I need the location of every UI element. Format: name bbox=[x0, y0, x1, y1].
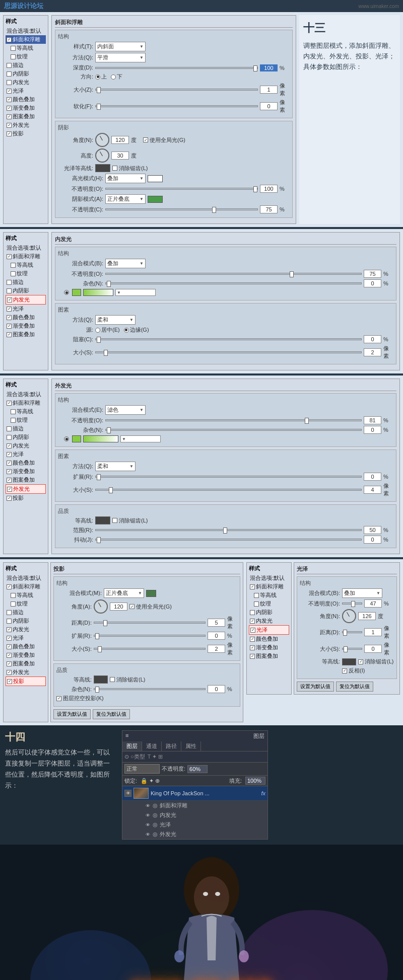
og-solid-radio[interactable] bbox=[64, 436, 69, 441]
ig-noise-value[interactable]: 0 bbox=[364, 279, 381, 287]
ig-gradient-dropdown[interactable]: ▼ bbox=[115, 289, 156, 296]
bevel-row-3[interactable]: 斜面和浮雕 bbox=[6, 399, 46, 407]
method-dropdown[interactable]: 平滑 ▼ bbox=[95, 53, 146, 62]
ig-choke-value[interactable]: 0 bbox=[364, 335, 381, 343]
ig-center-radio[interactable] bbox=[95, 328, 100, 333]
ds-contour-preview[interactable] bbox=[94, 675, 108, 684]
stroke-row-2[interactable]: 描边 bbox=[6, 278, 46, 286]
inner-shadow-checkbox[interactable] bbox=[7, 71, 12, 77]
tab-layers[interactable]: 图层 bbox=[122, 741, 142, 751]
ig-method-dropdown[interactable]: 柔和 ▼ bbox=[95, 315, 136, 325]
tab-paths[interactable]: 路径 bbox=[162, 741, 181, 751]
antialiased-checkbox[interactable] bbox=[112, 166, 117, 171]
gradient-overlay-cb-2[interactable] bbox=[7, 324, 12, 329]
bevel-row-2[interactable]: 斜面和浮雕 bbox=[6, 252, 46, 261]
opacity-value[interactable]: 60% bbox=[187, 765, 208, 773]
highlight-opacity-thumb[interactable] bbox=[253, 186, 257, 192]
contour-cb-2[interactable] bbox=[11, 263, 16, 268]
depth-value[interactable]: 100 bbox=[260, 64, 278, 71]
og-spread-slider[interactable] bbox=[95, 476, 362, 478]
drop-shadow-row[interactable]: 投影 bbox=[6, 129, 46, 138]
inner-shadow-row-2[interactable]: 内阴影 bbox=[6, 286, 46, 295]
ig-size-slider[interactable] bbox=[95, 351, 362, 353]
outer-glow-row[interactable]: 外发光 bbox=[6, 121, 46, 129]
inner-shadow-row[interactable]: 内阴影 bbox=[6, 69, 46, 78]
soften-slider[interactable] bbox=[95, 105, 258, 107]
ig-noise-thumb[interactable] bbox=[107, 281, 111, 287]
drop-shadow-checkbox[interactable] bbox=[7, 131, 12, 136]
blend-options-row-2[interactable]: 混合选项:默认 bbox=[6, 244, 46, 252]
contour-checkbox[interactable] bbox=[11, 46, 16, 51]
ds-spread-slider[interactable] bbox=[94, 635, 206, 637]
altitude-value[interactable]: 30 bbox=[111, 152, 129, 160]
og-opacity-slider[interactable] bbox=[105, 419, 362, 421]
gloss-contour-preview[interactable] bbox=[95, 164, 110, 172]
pattern-overlay-cb-2[interactable] bbox=[7, 332, 12, 337]
stroke-row[interactable]: 描边 bbox=[6, 61, 46, 69]
color-overlay-row[interactable]: 颜色叠加 bbox=[6, 95, 46, 104]
shadow-opacity-thumb[interactable] bbox=[212, 207, 216, 213]
shadow-opacity-value[interactable]: 75 bbox=[260, 205, 278, 213]
pattern-overlay-row-2[interactable]: 图案叠加 bbox=[6, 330, 46, 339]
satin-invert-checkbox[interactable]: 反相(I) bbox=[342, 667, 365, 674]
ds-set-default-btn[interactable]: 设置为默认值 bbox=[53, 709, 91, 719]
ds-color-swatch[interactable] bbox=[146, 590, 156, 597]
blend-options-row-3[interactable]: 混合选项:默认 bbox=[6, 390, 46, 399]
satin-highlighted-row[interactable]: 光泽 bbox=[249, 625, 289, 635]
og-antialiased-group[interactable]: 消除锯齿(L) bbox=[112, 517, 148, 524]
altitude-dial[interactable] bbox=[95, 148, 109, 163]
satin-cb-2[interactable] bbox=[7, 307, 12, 312]
bevel-cb-2[interactable] bbox=[7, 254, 12, 259]
outer-glow-highlighted-row[interactable]: 外发光 bbox=[6, 484, 46, 494]
satin-antialiased[interactable]: 消除锯齿(L) bbox=[358, 658, 393, 665]
ig-opacity-slider[interactable] bbox=[105, 273, 362, 275]
highlight-mode-dropdown[interactable]: 叠加 ▼ bbox=[105, 174, 146, 183]
gradient-overlay-checkbox[interactable] bbox=[7, 106, 12, 111]
direction-up[interactable]: 上 bbox=[95, 73, 107, 81]
ig-gradient-preview[interactable] bbox=[83, 289, 113, 296]
blend-options-row[interactable]: 混合选项:默认 bbox=[6, 27, 46, 35]
contour-row-2[interactable]: 等高线 bbox=[6, 261, 46, 269]
ig-size-thumb[interactable] bbox=[104, 350, 108, 356]
pattern-overlay-row[interactable]: 图案叠加 bbox=[6, 112, 46, 121]
ig-color-swatch-green[interactable] bbox=[72, 289, 81, 296]
direction-down[interactable]: 下 bbox=[111, 73, 122, 81]
global-light-checkbox[interactable] bbox=[143, 137, 148, 142]
jackson-layer-eye[interactable]: 👁 bbox=[124, 790, 131, 797]
og-gradient-dropdown[interactable]: ▼ bbox=[120, 435, 161, 442]
ig-opacity-thumb[interactable] bbox=[290, 271, 294, 277]
ig-size-value[interactable]: 2 bbox=[364, 348, 381, 356]
ig-choke-thumb[interactable] bbox=[97, 337, 101, 343]
texture-cb-2[interactable] bbox=[11, 271, 16, 276]
ds-blend-dropdown[interactable]: 正片叠底 ▼ bbox=[104, 588, 144, 598]
ds-distance-slider[interactable] bbox=[94, 622, 206, 624]
shadow-color-swatch[interactable] bbox=[148, 196, 163, 203]
drop-shadow-highlighted-row[interactable]: 投影 bbox=[6, 676, 46, 686]
direction-up-radio[interactable] bbox=[95, 74, 100, 80]
ig-opacity-value[interactable]: 75 bbox=[364, 270, 381, 278]
ig-choke-slider[interactable] bbox=[95, 338, 362, 340]
og-blend-dropdown[interactable]: 滤色 ▼ bbox=[105, 405, 146, 415]
size-slider[interactable] bbox=[95, 89, 258, 91]
jackson-fx-btn[interactable]: fx bbox=[261, 790, 265, 796]
shadow-opacity-slider[interactable] bbox=[105, 208, 258, 210]
inner-glow-row-2[interactable]: 内发光 bbox=[6, 295, 46, 305]
tab-channels[interactable]: 通道 bbox=[142, 741, 162, 751]
gradient-overlay-row-2[interactable]: 渐变叠加 bbox=[6, 322, 46, 330]
inner-glow-checkbox[interactable] bbox=[7, 80, 12, 85]
fill-value[interactable]: 100% bbox=[245, 777, 265, 785]
effect-satin-eye[interactable]: 👁 bbox=[145, 822, 151, 828]
style-dropdown[interactable]: 内斜面 ▼ bbox=[95, 42, 146, 51]
depth-slider[interactable] bbox=[95, 67, 258, 69]
size-slider-thumb[interactable] bbox=[97, 87, 101, 93]
ds-noise-slider[interactable] bbox=[94, 688, 206, 690]
color-overlay-row-2[interactable]: 颜色叠加 bbox=[6, 313, 46, 322]
inner-glow-cb-2[interactable] bbox=[7, 297, 12, 303]
og-contour-preview[interactable] bbox=[95, 516, 110, 524]
inner-glow-row[interactable]: 内发光 bbox=[6, 78, 46, 87]
effect-innerglow-eye[interactable]: 👁 bbox=[145, 812, 151, 818]
blend-mode-select[interactable]: 正常 ▼ bbox=[124, 764, 160, 774]
bevel-relief-row[interactable]: 斜面和浮雕 bbox=[6, 35, 46, 44]
ds-global-light[interactable]: 使用全局光(G) bbox=[129, 603, 172, 611]
stroke-cb-2[interactable] bbox=[7, 280, 12, 285]
